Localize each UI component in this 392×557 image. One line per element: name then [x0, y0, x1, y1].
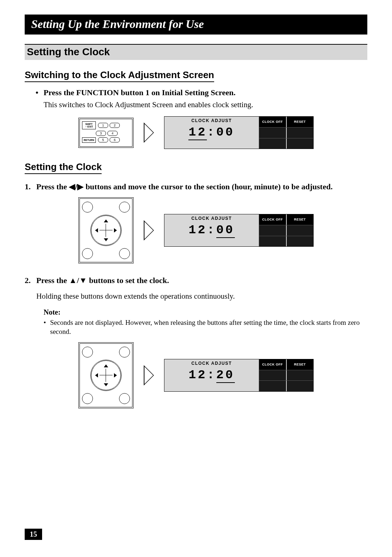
screen-btn-reset: RESET: [287, 117, 314, 127]
right-arrow-icon: [114, 228, 117, 233]
up-arrow-icon: [104, 364, 108, 367]
dpad-corner: [82, 202, 93, 213]
screen-blank: [259, 370, 287, 381]
note-bullet-icon: •: [44, 318, 50, 336]
dpad-diagram: [78, 197, 134, 263]
dpad-corner: [82, 248, 93, 259]
dpad-corner: [82, 393, 93, 404]
screen-blank: [259, 381, 287, 391]
time-minute: 00: [216, 223, 235, 238]
subsection-setting-clock: Setting the Clock: [25, 161, 102, 174]
figure-3: CLOCK ADJUST 12:20 CLOCK OFF RESET: [25, 342, 367, 408]
time-minute: 00: [216, 125, 235, 139]
screen-blank: [259, 128, 287, 138]
screen-btn-clock-off: CLOCK OFF: [259, 359, 287, 370]
step-number-1: 1.: [25, 182, 36, 191]
bullet-icon: •: [36, 88, 44, 97]
up-arrow-icon: [104, 219, 108, 222]
dpad-corner: [82, 347, 93, 358]
screen-blank: [287, 128, 314, 138]
down-arrow-icon: [104, 383, 108, 386]
screen-btn-reset: RESET: [287, 214, 314, 225]
dpad-diagram: [78, 342, 134, 408]
keypad-1: 1: [98, 123, 108, 128]
screen-btn-clock-off: CLOCK OFF: [259, 117, 287, 127]
body-text-2: Holding these buttons down extends the o…: [36, 291, 367, 301]
dpad-corner: [119, 393, 130, 404]
section-title: Setting the Clock: [25, 44, 367, 60]
subsection-switching: Switching to the Clock Adjustment Screen: [25, 69, 214, 82]
dpad-center: [90, 215, 122, 246]
screen-label: CLOCK ADJUST: [191, 216, 232, 221]
keypad-2: 2: [110, 123, 120, 128]
time-hour: 12: [188, 368, 207, 382]
keypad-shift: SHIFT ↔EXIT: [82, 121, 96, 129]
down-arrow-icon: [104, 238, 108, 241]
left-arrow-icon: [95, 228, 98, 233]
screen-blank: [287, 138, 314, 149]
body-text-1: This switches to Clock Adjustment Screen…: [44, 100, 367, 110]
note-label: Note:: [44, 308, 367, 316]
screen-btn-reset: RESET: [287, 359, 314, 370]
figure-1: SHIFT ↔EXIT 1 2 3 4 RETURN 5 6: [25, 116, 367, 149]
clock-screen-2: CLOCK ADJUST 12:00 CLOCK OFF RESET: [164, 214, 314, 247]
time-hour: 12: [188, 125, 207, 140]
screen-label: CLOCK ADJUST: [191, 361, 232, 366]
screen-blank: [287, 370, 314, 381]
arrow-right-icon: [144, 365, 154, 386]
bullet-text-1: Press the FUNCTION button 1 on Initial S…: [44, 88, 236, 97]
left-arrow-icon: [95, 373, 98, 378]
step-text-1: Press the ◀/▶ buttons and move the curso…: [36, 182, 332, 191]
page-number: 15: [25, 529, 42, 540]
screen-blank: [259, 138, 287, 149]
arrow-right-icon: [144, 122, 154, 143]
screen-btn-clock-off: CLOCK OFF: [259, 214, 287, 225]
keypad-6: 6: [110, 137, 120, 142]
screen-blank: [259, 236, 287, 247]
arrow-right-icon: [144, 220, 154, 241]
clock-screen-1: CLOCK ADJUST 12:00 CLOCK OFF RESET: [164, 116, 314, 149]
dpad-corner: [119, 202, 130, 213]
step-number-2: 2.: [25, 276, 36, 285]
step-text-2: Press the ▲/▼ buttons to set the clock.: [36, 276, 169, 285]
clock-screen-3: CLOCK ADJUST 12:20 CLOCK OFF RESET: [164, 359, 314, 392]
keypad-3: 3: [96, 131, 106, 136]
screen-blank: [287, 236, 314, 247]
dpad-corner: [119, 248, 130, 259]
screen-blank: [287, 381, 314, 391]
screen-label: CLOCK ADJUST: [191, 118, 232, 123]
dpad-center: [90, 360, 122, 391]
screen-blank: [287, 225, 314, 236]
time-hour: 12: [188, 223, 207, 237]
chapter-title: Setting Up the Environment for Use: [25, 15, 367, 35]
screen-blank: [259, 225, 287, 236]
right-arrow-icon: [114, 373, 117, 378]
keypad-return: RETURN: [82, 137, 96, 143]
note-text: Seconds are not displayed. However, when…: [50, 318, 367, 336]
keypad-4: 4: [107, 131, 118, 136]
keypad-5: 5: [98, 137, 108, 142]
keypad-diagram: SHIFT ↔EXIT 1 2 3 4 RETURN 5 6: [78, 118, 134, 148]
time-minute: 20: [216, 368, 235, 383]
dpad-corner: [119, 347, 130, 358]
figure-2: CLOCK ADJUST 12:00 CLOCK OFF RESET: [25, 197, 367, 263]
